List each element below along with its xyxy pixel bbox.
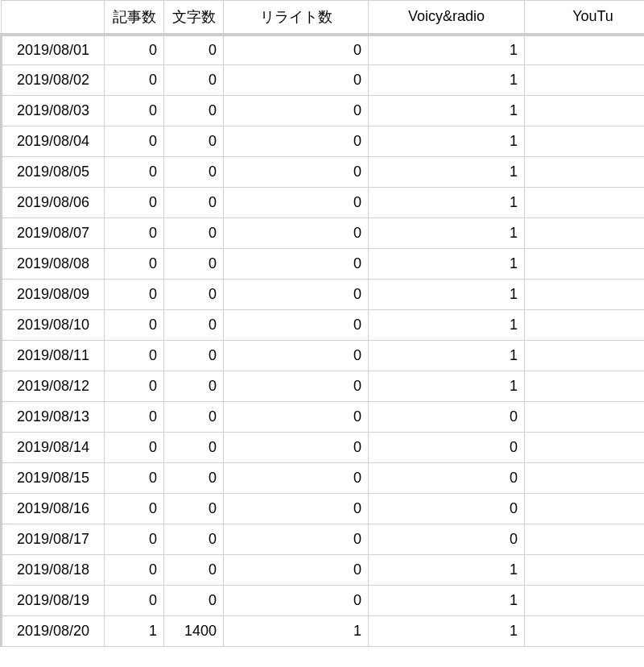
cell-chars[interactable]: 0	[164, 555, 224, 586]
cell-chars[interactable]: 0	[164, 218, 224, 249]
cell-voicy[interactable]: 0	[369, 494, 525, 524]
cell-date[interactable]: 2019/08/18	[2, 555, 105, 586]
cell-articles[interactable]: 0	[105, 433, 164, 463]
cell-rewrites[interactable]: 0	[224, 341, 369, 371]
cell-voicy[interactable]: 1	[369, 586, 525, 616]
cell-chars[interactable]: 0	[164, 524, 224, 555]
cell-articles[interactable]: 0	[105, 249, 164, 280]
header-chars[interactable]: 文字数	[164, 1, 224, 35]
cell-date[interactable]: 2019/08/10	[2, 310, 105, 341]
cell-rewrites[interactable]: 0	[224, 371, 369, 402]
cell-articles[interactable]: 1	[105, 616, 164, 647]
cell-rewrites[interactable]: 0	[224, 586, 369, 616]
cell-articles[interactable]: 0	[105, 126, 164, 157]
cell-voicy[interactable]: 1	[369, 188, 525, 218]
cell-articles[interactable]: 0	[105, 310, 164, 341]
cell-rewrites[interactable]: 0	[224, 494, 369, 524]
cell-youtube[interactable]	[525, 157, 645, 188]
header-date[interactable]	[2, 1, 105, 35]
cell-youtube[interactable]	[525, 555, 645, 586]
cell-youtube[interactable]	[525, 249, 645, 280]
cell-chars[interactable]: 0	[164, 494, 224, 524]
cell-date[interactable]: 2019/08/06	[2, 188, 105, 218]
cell-rewrites[interactable]: 0	[224, 402, 369, 433]
cell-articles[interactable]: 0	[105, 280, 164, 310]
cell-voicy[interactable]: 1	[369, 310, 525, 341]
header-voicy[interactable]: Voicy&radio	[369, 1, 525, 35]
cell-date[interactable]: 2019/08/11	[2, 341, 105, 371]
cell-date[interactable]: 2019/08/01	[2, 35, 105, 65]
cell-date[interactable]: 2019/08/09	[2, 280, 105, 310]
cell-rewrites[interactable]: 0	[224, 188, 369, 218]
cell-chars[interactable]: 0	[164, 402, 224, 433]
cell-rewrites[interactable]: 0	[224, 65, 369, 96]
cell-rewrites[interactable]: 0	[224, 249, 369, 280]
cell-voicy[interactable]: 1	[369, 555, 525, 586]
cell-articles[interactable]: 0	[105, 96, 164, 126]
cell-voicy[interactable]: 1	[369, 126, 525, 157]
cell-voicy[interactable]: 1	[369, 249, 525, 280]
cell-date[interactable]: 2019/08/03	[2, 96, 105, 126]
cell-articles[interactable]: 0	[105, 35, 164, 65]
cell-voicy[interactable]: 1	[369, 65, 525, 96]
cell-date[interactable]: 2019/08/04	[2, 126, 105, 157]
cell-articles[interactable]: 0	[105, 524, 164, 555]
cell-date[interactable]: 2019/08/02	[2, 65, 105, 96]
cell-rewrites[interactable]: 0	[224, 96, 369, 126]
cell-date[interactable]: 2019/08/08	[2, 249, 105, 280]
cell-chars[interactable]: 0	[164, 310, 224, 341]
cell-articles[interactable]: 0	[105, 463, 164, 494]
cell-chars[interactable]: 0	[164, 341, 224, 371]
cell-chars[interactable]: 0	[164, 249, 224, 280]
cell-date[interactable]: 2019/08/05	[2, 157, 105, 188]
cell-youtube[interactable]	[525, 341, 645, 371]
header-rewrites[interactable]: リライト数	[224, 1, 369, 35]
cell-voicy[interactable]: 0	[369, 433, 525, 463]
cell-date[interactable]: 2019/08/16	[2, 494, 105, 524]
cell-chars[interactable]: 0	[164, 433, 224, 463]
cell-youtube[interactable]	[525, 96, 645, 126]
cell-youtube[interactable]	[525, 35, 645, 65]
cell-voicy[interactable]: 0	[369, 402, 525, 433]
cell-articles[interactable]: 0	[105, 341, 164, 371]
cell-youtube[interactable]	[525, 586, 645, 616]
cell-youtube[interactable]	[525, 188, 645, 218]
cell-date[interactable]: 2019/08/12	[2, 371, 105, 402]
cell-youtube[interactable]	[525, 524, 645, 555]
cell-articles[interactable]: 0	[105, 157, 164, 188]
cell-rewrites[interactable]: 0	[224, 463, 369, 494]
cell-date[interactable]: 2019/08/17	[2, 524, 105, 555]
cell-articles[interactable]: 0	[105, 188, 164, 218]
cell-articles[interactable]: 0	[105, 371, 164, 402]
cell-voicy[interactable]: 1	[369, 218, 525, 249]
cell-voicy[interactable]: 1	[369, 157, 525, 188]
cell-youtube[interactable]	[525, 218, 645, 249]
cell-chars[interactable]: 0	[164, 280, 224, 310]
cell-rewrites[interactable]: 1	[224, 616, 369, 647]
cell-articles[interactable]: 0	[105, 402, 164, 433]
cell-date[interactable]: 2019/08/19	[2, 586, 105, 616]
cell-voicy[interactable]: 1	[369, 35, 525, 65]
cell-rewrites[interactable]: 0	[224, 218, 369, 249]
cell-chars[interactable]: 0	[164, 188, 224, 218]
cell-voicy[interactable]: 1	[369, 341, 525, 371]
cell-voicy[interactable]: 1	[369, 616, 525, 647]
cell-rewrites[interactable]: 0	[224, 524, 369, 555]
cell-youtube[interactable]	[525, 310, 645, 341]
cell-date[interactable]: 2019/08/20	[2, 616, 105, 647]
cell-voicy[interactable]: 0	[369, 463, 525, 494]
cell-voicy[interactable]: 0	[369, 524, 525, 555]
cell-date[interactable]: 2019/08/14	[2, 433, 105, 463]
cell-youtube[interactable]	[525, 371, 645, 402]
cell-chars[interactable]: 0	[164, 96, 224, 126]
cell-rewrites[interactable]: 0	[224, 310, 369, 341]
header-youtube[interactable]: YouTu	[525, 1, 645, 35]
cell-articles[interactable]: 0	[105, 586, 164, 616]
cell-chars[interactable]: 0	[164, 371, 224, 402]
cell-chars[interactable]: 0	[164, 65, 224, 96]
cell-date[interactable]: 2019/08/13	[2, 402, 105, 433]
cell-chars[interactable]: 0	[164, 126, 224, 157]
cell-articles[interactable]: 0	[105, 555, 164, 586]
cell-youtube[interactable]	[525, 126, 645, 157]
cell-chars[interactable]: 1400	[164, 616, 224, 647]
